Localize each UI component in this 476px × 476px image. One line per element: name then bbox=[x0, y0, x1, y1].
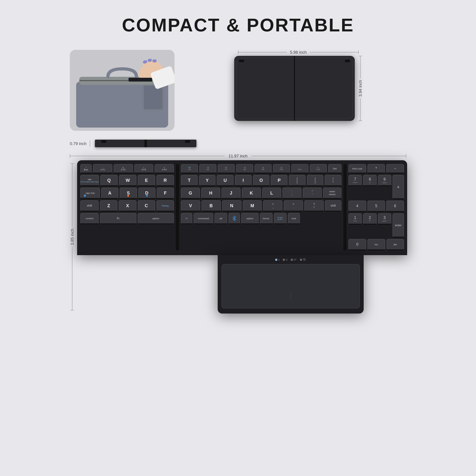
key-q[interactable]: Q bbox=[100, 175, 118, 186]
bag-photo bbox=[70, 50, 175, 131]
keyboard-open: ~ Esc ! 1 F1 @ 2 F2 bbox=[77, 160, 407, 255]
key-pairing[interactable]: Pairing bbox=[156, 200, 174, 212]
key-num-minus[interactable]: − bbox=[386, 164, 404, 174]
key-slash[interactable]: ?/ bbox=[304, 200, 324, 212]
key-c[interactable]: C bbox=[138, 200, 155, 212]
indicator-bt: BT bbox=[291, 258, 297, 261]
key-f4[interactable]: $ 4 F4 bbox=[155, 164, 174, 174]
key-f[interactable]: F bbox=[157, 188, 174, 199]
key-f2[interactable]: @ 2 F2 bbox=[114, 164, 133, 174]
key-num3[interactable]: 3pgdn bbox=[378, 213, 391, 225]
key-shift-left[interactable]: shift bbox=[80, 200, 99, 212]
key-tab[interactable]: tab iOS Android Win Mac bbox=[80, 175, 99, 186]
key-enter[interactable]: enterreturn bbox=[323, 188, 341, 199]
key-del-num[interactable]: del bbox=[387, 239, 404, 250]
key-f10[interactable]: )0F10 bbox=[273, 164, 290, 174]
key-scissors[interactable]: ✂ bbox=[181, 213, 192, 224]
key-num5[interactable]: 5 bbox=[367, 201, 385, 212]
key-f6[interactable]: ^6F6 bbox=[199, 164, 216, 174]
key-f12[interactable]: =+F12 bbox=[310, 164, 327, 174]
key-t[interactable]: T bbox=[181, 175, 198, 186]
key-e[interactable]: E bbox=[138, 175, 155, 186]
key-num2[interactable]: 2▼ bbox=[363, 213, 376, 225]
indicator-usb: ⬛ bbox=[300, 258, 306, 261]
indicator-1: 1 bbox=[275, 258, 280, 261]
key-caps[interactable]: caps lock bbox=[80, 188, 100, 199]
key-s[interactable]: S bbox=[120, 188, 137, 199]
key-pgupdown[interactable]: pp▲ppp▼n bbox=[274, 213, 287, 224]
key-f7[interactable]: &7F7 bbox=[218, 164, 235, 174]
key-bracket-l[interactable]: {[ bbox=[289, 175, 306, 186]
key-num4[interactable]: 4 bbox=[348, 201, 366, 212]
key-o[interactable]: O bbox=[253, 175, 270, 186]
key-fn[interactable]: fn bbox=[100, 213, 136, 224]
key-f8[interactable]: *8F8 bbox=[236, 164, 253, 174]
key-option-left[interactable]: option bbox=[138, 213, 174, 224]
key-num7[interactable]: 7home bbox=[348, 175, 362, 186]
main-title: COMPACT & PORTABLE bbox=[122, 14, 354, 36]
key-quote[interactable]: "' bbox=[303, 188, 322, 199]
key-del-top[interactable]: Del bbox=[328, 164, 341, 174]
key-num0[interactable]: 0 bbox=[348, 239, 366, 250]
key-space-icon[interactable] bbox=[228, 213, 240, 224]
key-g[interactable]: G bbox=[181, 188, 200, 199]
key-esc[interactable]: ~ Esc bbox=[80, 164, 92, 174]
key-a[interactable]: A bbox=[101, 188, 118, 199]
key-num-enter[interactable]: enter bbox=[393, 213, 404, 238]
key-f9[interactable]: (9F9 bbox=[255, 164, 272, 174]
key-f3[interactable]: # 3 F3 bbox=[134, 164, 154, 174]
keyboard-side-view bbox=[95, 140, 196, 147]
key-f1[interactable]: ! 1 F1 bbox=[93, 164, 112, 174]
key-d[interactable]: D bbox=[138, 188, 155, 199]
svg-rect-4 bbox=[143, 85, 163, 110]
key-num1[interactable]: 1end bbox=[348, 213, 362, 225]
height-folded-label: 3.94 inch bbox=[358, 78, 363, 98]
indicator-a: A bbox=[283, 258, 288, 261]
key-num-multiply[interactable]: * bbox=[367, 164, 385, 174]
key-b[interactable]: B bbox=[202, 200, 221, 212]
key-x[interactable]: X bbox=[119, 200, 136, 212]
key-i[interactable]: I bbox=[235, 175, 252, 186]
key-z[interactable]: Z bbox=[100, 200, 117, 212]
key-semicolon[interactable]: :; bbox=[282, 188, 301, 199]
key-ins[interactable]: ins bbox=[367, 239, 385, 250]
key-f5[interactable]: %5F5 bbox=[181, 164, 198, 174]
key-w[interactable]: W bbox=[119, 175, 136, 186]
key-bracket-r[interactable]: }] bbox=[307, 175, 324, 186]
key-y[interactable]: Y bbox=[199, 175, 216, 186]
keyboard-folded-top bbox=[234, 56, 355, 121]
key-u[interactable]: U bbox=[217, 175, 234, 186]
thickness-label: 0.79 inch bbox=[70, 141, 87, 146]
key-p[interactable]: P bbox=[271, 175, 288, 186]
key-option-mid[interactable]: option bbox=[241, 213, 259, 224]
key-home[interactable]: home. bbox=[260, 213, 273, 224]
touchpad[interactable] bbox=[221, 264, 360, 308]
key-period[interactable]: >. bbox=[284, 200, 303, 212]
key-v[interactable]: V bbox=[181, 200, 200, 212]
key-num9[interactable]: 9pgup bbox=[378, 175, 391, 186]
key-comma[interactable]: <, bbox=[263, 200, 282, 212]
key-n[interactable]: N bbox=[222, 200, 241, 212]
key-j[interactable]: J bbox=[221, 188, 241, 199]
key-command[interactable]: command bbox=[194, 213, 213, 224]
key-end[interactable]: end bbox=[288, 213, 300, 224]
svg-point-13 bbox=[152, 59, 157, 63]
key-m[interactable]: M bbox=[243, 200, 262, 212]
key-l[interactable]: L bbox=[262, 188, 281, 199]
key-num8[interactable]: 8▲ bbox=[363, 175, 376, 186]
svg-rect-10 bbox=[129, 78, 152, 82]
key-k[interactable]: K bbox=[242, 188, 261, 199]
key-h[interactable]: H bbox=[201, 188, 220, 199]
key-f11[interactable]: -F11 bbox=[291, 164, 308, 174]
key-backslash[interactable]: |\ bbox=[325, 175, 341, 186]
key-control[interactable]: control bbox=[80, 213, 99, 224]
width-open-label: 11.97 inch bbox=[225, 154, 251, 158]
key-r[interactable]: R bbox=[156, 175, 174, 186]
key-num6[interactable]: 6 bbox=[386, 201, 404, 212]
key-numlock[interactable]: Num Lock bbox=[348, 164, 366, 174]
key-num-plus[interactable]: + bbox=[393, 175, 404, 199]
key-alt[interactable]: alt bbox=[215, 213, 227, 224]
height-open-label: 3.85 inch bbox=[70, 227, 75, 247]
width-folded-label: 5.98 inch bbox=[287, 50, 310, 55]
key-shift-right[interactable]: shift bbox=[325, 200, 341, 212]
